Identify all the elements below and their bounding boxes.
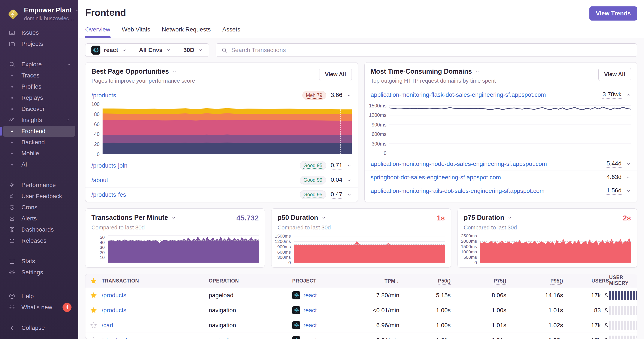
stacked-area-plot[interactable] bbox=[102, 104, 352, 154]
star-filled-icon[interactable] bbox=[86, 292, 102, 299]
time-spent-value: 1.56d bbox=[606, 187, 622, 195]
tab-network-requests[interactable]: Network Requests bbox=[162, 26, 211, 38]
area-plot[interactable] bbox=[480, 234, 631, 263]
chevron-down-icon[interactable] bbox=[171, 215, 176, 220]
transaction-row[interactable]: /checkout navigation react 6.24/min 1.01… bbox=[86, 333, 637, 339]
view-all-button[interactable]: View All bbox=[319, 68, 352, 81]
search-icon bbox=[8, 61, 16, 68]
sidebar-item-performance[interactable]: Performance bbox=[3, 180, 75, 191]
sidebar-item-discover[interactable]: Discover bbox=[3, 103, 75, 114]
sidebar-item-insights[interactable]: Insights bbox=[3, 114, 75, 126]
metric-value: 2s bbox=[623, 214, 631, 222]
env-filter[interactable]: All Envs bbox=[133, 44, 177, 56]
sidebar-item-crons[interactable]: Crons bbox=[3, 202, 75, 213]
star-filled-icon[interactable] bbox=[86, 307, 102, 314]
chevron-down-icon[interactable] bbox=[626, 161, 631, 167]
chevron-down-icon[interactable] bbox=[172, 69, 177, 74]
page-link[interactable]: /products-join bbox=[92, 162, 300, 169]
star-outline-icon[interactable] bbox=[86, 337, 102, 339]
period-filter[interactable]: 30D bbox=[177, 44, 209, 56]
sidebar-item-user-feedback[interactable]: User Feedback bbox=[3, 191, 75, 202]
area-plot[interactable] bbox=[108, 234, 259, 263]
project-link[interactable]: react bbox=[303, 322, 317, 329]
view-trends-button[interactable]: View Trends bbox=[590, 6, 637, 20]
tab-web-vitals[interactable]: Web Vitals bbox=[122, 26, 150, 38]
page-link[interactable]: /about bbox=[92, 177, 300, 184]
sidebar-item-help[interactable]: Help bbox=[3, 291, 75, 302]
transaction-link[interactable]: /checkout bbox=[102, 337, 209, 339]
star-filled-icon[interactable] bbox=[86, 278, 102, 285]
transaction-link[interactable]: /products bbox=[102, 307, 209, 314]
sidebar-item-frontend[interactable]: Frontend bbox=[3, 126, 75, 137]
sidebar-item-stats[interactable]: Stats bbox=[3, 256, 75, 267]
project-filter[interactable]: react bbox=[86, 44, 133, 56]
sidebar-item-issues[interactable]: Issues bbox=[3, 27, 75, 38]
tpm-cell: 7.80/min bbox=[363, 292, 399, 299]
tab-assets[interactable]: Assets bbox=[222, 26, 240, 38]
transaction-link[interactable]: /cart bbox=[102, 322, 209, 329]
transaction-row[interactable]: /products pageload react 7.80/min 5.15s … bbox=[86, 288, 637, 303]
column-header-tpm[interactable]: TPM↓ bbox=[363, 278, 399, 284]
sidebar-item-what-s-new[interactable]: What's new 4 bbox=[3, 302, 75, 313]
panel-subtitle: Top outgoing HTTP request domains by tim… bbox=[370, 77, 598, 84]
sidebar-item-mobile[interactable]: Mobile bbox=[3, 148, 75, 159]
column-header-p50[interactable]: P50() bbox=[399, 278, 451, 284]
chevron-down-icon[interactable] bbox=[507, 215, 512, 220]
column-header-p95[interactable]: P95() bbox=[506, 278, 563, 284]
metric-chart: 2500ms2000ms1500ms1000ms500ms0 bbox=[458, 231, 637, 267]
sidebar-item-settings[interactable]: Settings bbox=[3, 267, 75, 278]
sidebar-item-backend[interactable]: Backend bbox=[3, 137, 75, 148]
project-link[interactable]: react bbox=[303, 337, 317, 339]
sidebar-item-projects[interactable]: Projects bbox=[3, 38, 75, 49]
transaction-row[interactable]: /cart navigation react 6.96/min 1.00s 1.… bbox=[86, 318, 637, 333]
sidebar-item-explore[interactable]: Explore bbox=[3, 59, 75, 70]
column-header-users[interactable]: Users bbox=[563, 278, 609, 284]
chevron-down-icon[interactable] bbox=[626, 188, 631, 193]
time-spent-value: 5.44d bbox=[606, 160, 622, 168]
page-filter-control: react All Envs 30D bbox=[85, 43, 209, 57]
project-link[interactable]: react bbox=[303, 292, 317, 299]
chevron-down-icon[interactable] bbox=[475, 69, 480, 74]
project-cell: react bbox=[292, 291, 363, 300]
page-link[interactable]: /products-fes bbox=[92, 191, 300, 198]
sidebar-item-collapse[interactable]: Collapse bbox=[3, 322, 75, 334]
sidebar-item-releases[interactable]: Releases bbox=[3, 235, 75, 246]
column-header-project[interactable]: Project bbox=[292, 278, 363, 284]
sidebar-item-profiles[interactable]: Profiles bbox=[3, 81, 75, 92]
page-link[interactable]: /products bbox=[92, 92, 302, 99]
search-input[interactable] bbox=[231, 47, 631, 53]
column-header-user-misery[interactable]: User Misery bbox=[609, 275, 637, 287]
sidebar-item-dashboards[interactable]: Dashboards bbox=[3, 224, 75, 235]
org-switcher[interactable]: Empower Plant dominik.buszowiec… bbox=[0, 0, 78, 27]
chevron-down-icon[interactable] bbox=[346, 163, 352, 168]
column-header-operation[interactable]: Operation bbox=[209, 278, 292, 284]
chevron-up-icon[interactable] bbox=[626, 92, 631, 97]
transaction-row[interactable]: /products navigation react <0.01/min 1.0… bbox=[86, 303, 637, 318]
p75-cell: 1.01s bbox=[451, 322, 506, 329]
sidebar-item-ai[interactable]: AI bbox=[3, 159, 75, 170]
chevron-up-icon[interactable] bbox=[346, 93, 352, 98]
star-outline-icon[interactable] bbox=[86, 322, 102, 329]
domain-link[interactable]: springboot-dot-sales-engineering-sf.apps… bbox=[370, 174, 602, 181]
view-all-button[interactable]: View All bbox=[598, 68, 631, 81]
page-header: Frontend View Trends OverviewWeb VitalsN… bbox=[78, 0, 644, 38]
tab-overview[interactable]: Overview bbox=[85, 26, 110, 38]
column-header-transaction[interactable]: Transaction bbox=[102, 278, 209, 284]
chevron-down-icon bbox=[198, 47, 203, 53]
sidebar-item-alerts[interactable]: Alerts bbox=[3, 213, 75, 224]
project-link[interactable]: react bbox=[303, 307, 317, 314]
domain-link[interactable]: application-monitoring-rails-dot-sales-e… bbox=[370, 187, 602, 194]
chevron-down-icon[interactable] bbox=[346, 192, 352, 197]
chevron-down-icon[interactable] bbox=[321, 215, 326, 220]
sidebar-item-traces[interactable]: Traces bbox=[3, 70, 75, 81]
transaction-link[interactable]: /products bbox=[102, 292, 209, 299]
column-header-p75[interactable]: P75() bbox=[451, 278, 506, 284]
domain-link[interactable]: application-monitoring-flask-dot-sales-e… bbox=[370, 91, 598, 98]
sidebar-item-replays[interactable]: Replays bbox=[3, 92, 75, 103]
chevron-down-icon[interactable] bbox=[346, 178, 352, 183]
chevron-down-icon[interactable] bbox=[626, 175, 631, 180]
line-plot[interactable] bbox=[390, 103, 631, 153]
domain-link[interactable]: application-monitoring-node-dot-sales-en… bbox=[370, 161, 602, 167]
area-plot[interactable] bbox=[294, 234, 445, 263]
env-filter-label: All Envs bbox=[139, 47, 162, 53]
